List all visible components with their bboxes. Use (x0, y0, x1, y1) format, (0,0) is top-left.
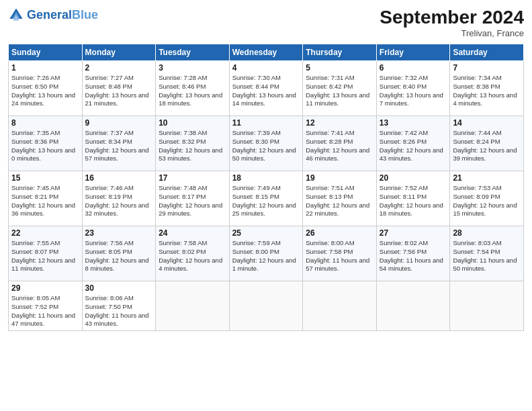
day-info: Sunrise: 7:55 AMSunset: 8:07 PMDaylight:… (11, 239, 79, 273)
day-number: 7 (453, 63, 521, 73)
day-info: Sunrise: 7:53 AMSunset: 8:09 PMDaylight:… (453, 184, 521, 218)
day-number: 12 (306, 118, 373, 128)
day-info: Sunrise: 7:49 AMSunset: 8:15 PMDaylight:… (232, 184, 300, 218)
day-info: Sunrise: 7:35 AMSunset: 8:36 PMDaylight:… (11, 129, 79, 163)
day-number: 14 (453, 118, 521, 128)
day-number: 10 (159, 118, 226, 128)
day-info: Sunrise: 7:39 AMSunset: 8:30 PMDaylight:… (232, 129, 300, 163)
day-info: Sunrise: 7:45 AMSunset: 8:21 PMDaylight:… (11, 184, 79, 218)
day-number: 20 (380, 173, 447, 183)
day-number: 22 (11, 228, 79, 238)
day-info: Sunrise: 8:03 AMSunset: 7:54 PMDaylight:… (453, 239, 521, 273)
table-row: 13Sunrise: 7:42 AMSunset: 8:26 PMDayligh… (376, 116, 450, 171)
day-info: Sunrise: 7:34 AMSunset: 8:38 PMDaylight:… (453, 74, 521, 108)
day-number: 11 (232, 118, 300, 128)
logo-blue: Blue (72, 8, 98, 21)
table-row: 10Sunrise: 7:38 AMSunset: 8:32 PMDayligh… (156, 116, 230, 171)
page-header: GeneralBlue September 2024 Trelivan, Fra… (8, 7, 524, 38)
day-number: 17 (159, 173, 226, 183)
day-number: 1 (11, 63, 79, 73)
day-number: 3 (159, 63, 226, 73)
day-number: 8 (11, 118, 79, 128)
day-number: 28 (453, 228, 521, 238)
table-row: 15Sunrise: 7:45 AMSunset: 8:21 PMDayligh… (9, 171, 83, 226)
day-number: 16 (85, 173, 153, 183)
table-row (450, 281, 524, 331)
day-info: Sunrise: 7:37 AMSunset: 8:34 PMDaylight:… (85, 129, 153, 163)
day-info: Sunrise: 8:06 AMSunset: 7:50 PMDaylight:… (85, 294, 153, 328)
day-number: 24 (159, 228, 226, 238)
col-wednesday: Wednesday (229, 44, 303, 61)
col-tuesday: Tuesday (156, 44, 230, 61)
day-info: Sunrise: 8:05 AMSunset: 7:52 PMDaylight:… (11, 294, 79, 328)
calendar-table: Sunday Monday Tuesday Wednesday Thursday… (8, 44, 524, 331)
day-number: 29 (11, 283, 79, 293)
title-area: September 2024 Trelivan, France (380, 7, 524, 38)
day-info: Sunrise: 7:48 AMSunset: 8:17 PMDaylight:… (159, 184, 226, 218)
table-row: 8Sunrise: 7:35 AMSunset: 8:36 PMDaylight… (9, 116, 83, 171)
day-info: Sunrise: 7:28 AMSunset: 8:46 PMDaylight:… (159, 74, 226, 108)
col-sunday: Sunday (9, 44, 83, 61)
logo: GeneralBlue (8, 7, 98, 23)
calendar-header-row: Sunday Monday Tuesday Wednesday Thursday… (9, 44, 524, 61)
table-row: 1Sunrise: 7:26 AMSunset: 8:50 PMDaylight… (9, 61, 83, 116)
day-info: Sunrise: 8:00 AMSunset: 7:58 PMDaylight:… (306, 239, 373, 273)
day-info: Sunrise: 7:32 AMSunset: 8:40 PMDaylight:… (380, 74, 447, 108)
day-info: Sunrise: 7:38 AMSunset: 8:32 PMDaylight:… (159, 129, 226, 163)
table-row: 25Sunrise: 7:59 AMSunset: 8:00 PMDayligh… (229, 226, 303, 281)
day-info: Sunrise: 7:31 AMSunset: 8:42 PMDaylight:… (306, 74, 373, 108)
table-row: 19Sunrise: 7:51 AMSunset: 8:13 PMDayligh… (303, 171, 377, 226)
day-number: 4 (232, 63, 300, 73)
logo-icon (8, 7, 24, 23)
table-row: 12Sunrise: 7:41 AMSunset: 8:28 PMDayligh… (303, 116, 377, 171)
day-info: Sunrise: 7:27 AMSunset: 8:48 PMDaylight:… (85, 74, 153, 108)
table-row (376, 281, 450, 331)
day-info: Sunrise: 8:02 AMSunset: 7:56 PMDaylight:… (380, 239, 447, 273)
table-row: 14Sunrise: 7:44 AMSunset: 8:24 PMDayligh… (450, 116, 524, 171)
day-info: Sunrise: 7:46 AMSunset: 8:19 PMDaylight:… (85, 184, 153, 218)
table-row: 27Sunrise: 8:02 AMSunset: 7:56 PMDayligh… (376, 226, 450, 281)
table-row: 6Sunrise: 7:32 AMSunset: 8:40 PMDaylight… (376, 61, 450, 116)
day-number: 9 (85, 118, 153, 128)
day-number: 6 (380, 63, 447, 73)
day-number: 13 (380, 118, 447, 128)
day-number: 25 (232, 228, 300, 238)
table-row: 7Sunrise: 7:34 AMSunset: 8:38 PMDaylight… (450, 61, 524, 116)
table-row: 22Sunrise: 7:55 AMSunset: 8:07 PMDayligh… (9, 226, 83, 281)
day-info: Sunrise: 7:44 AMSunset: 8:24 PMDaylight:… (453, 129, 521, 163)
day-number: 2 (85, 63, 153, 73)
table-row: 20Sunrise: 7:52 AMSunset: 8:11 PMDayligh… (376, 171, 450, 226)
col-thursday: Thursday (303, 44, 377, 61)
table-row: 11Sunrise: 7:39 AMSunset: 8:30 PMDayligh… (229, 116, 303, 171)
table-row: 24Sunrise: 7:58 AMSunset: 8:02 PMDayligh… (156, 226, 230, 281)
table-row: 9Sunrise: 7:37 AMSunset: 8:34 PMDaylight… (82, 116, 156, 171)
day-number: 27 (380, 228, 447, 238)
table-row (156, 281, 230, 331)
col-saturday: Saturday (450, 44, 524, 61)
day-number: 21 (453, 173, 521, 183)
col-friday: Friday (376, 44, 450, 61)
day-number: 19 (306, 173, 373, 183)
table-row: 2Sunrise: 7:27 AMSunset: 8:48 PMDaylight… (82, 61, 156, 116)
table-row: 30Sunrise: 8:06 AMSunset: 7:50 PMDayligh… (82, 281, 156, 331)
day-info: Sunrise: 7:51 AMSunset: 8:13 PMDaylight:… (306, 184, 373, 218)
day-number: 5 (306, 63, 373, 73)
day-number: 15 (11, 173, 79, 183)
day-info: Sunrise: 7:30 AMSunset: 8:44 PMDaylight:… (232, 74, 300, 108)
table-row: 26Sunrise: 8:00 AMSunset: 7:58 PMDayligh… (303, 226, 377, 281)
day-number: 30 (85, 283, 153, 293)
day-info: Sunrise: 7:41 AMSunset: 8:28 PMDaylight:… (306, 129, 373, 163)
table-row: 17Sunrise: 7:48 AMSunset: 8:17 PMDayligh… (156, 171, 230, 226)
table-row: 23Sunrise: 7:56 AMSunset: 8:05 PMDayligh… (82, 226, 156, 281)
table-row: 5Sunrise: 7:31 AMSunset: 8:42 PMDaylight… (303, 61, 377, 116)
col-monday: Monday (82, 44, 156, 61)
table-row (229, 281, 303, 331)
table-row: 28Sunrise: 8:03 AMSunset: 7:54 PMDayligh… (450, 226, 524, 281)
day-number: 23 (85, 228, 153, 238)
day-number: 26 (306, 228, 373, 238)
table-row: 4Sunrise: 7:30 AMSunset: 8:44 PMDaylight… (229, 61, 303, 116)
day-number: 18 (232, 173, 300, 183)
day-info: Sunrise: 7:42 AMSunset: 8:26 PMDaylight:… (380, 129, 447, 163)
table-row: 29Sunrise: 8:05 AMSunset: 7:52 PMDayligh… (9, 281, 83, 331)
day-info: Sunrise: 7:59 AMSunset: 8:00 PMDaylight:… (232, 239, 300, 273)
